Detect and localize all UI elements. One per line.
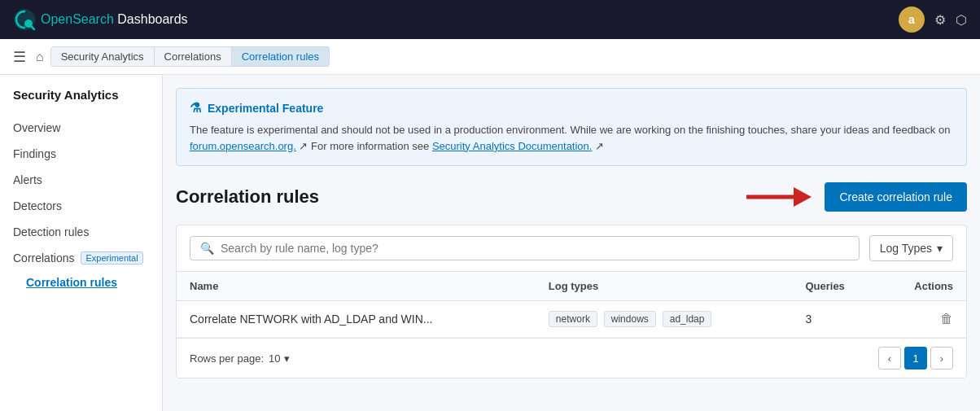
breadcrumb-correlation-rules[interactable]: Correlation rules [232,46,330,67]
table-row: Correlate NETWORK with AD_LDAP and WIN..… [177,301,966,338]
sidebar-item-findings[interactable]: Findings [0,141,162,167]
create-correlation-rule-button[interactable]: Create correlation rule [825,182,967,212]
search-input-wrapper: 🔍 [190,236,860,260]
main-content: ⚗ Experimental Feature The feature is ex… [163,75,980,411]
prev-page-button[interactable]: ‹ [878,347,901,369]
main-layout: Security Analytics Overview Findings Ale… [0,75,980,411]
sidebar: Security Analytics Overview Findings Ale… [0,75,163,411]
share-icon[interactable]: ⬡ [956,12,967,28]
experimental-badge: Experimental [81,251,142,265]
sidebar-item-correlation-rules[interactable]: Correlation rules [0,271,162,294]
log-types-filter-button[interactable]: Log Types ▾ [869,235,953,261]
rows-per-page-select[interactable]: 10 ▾ [269,352,289,365]
forum-link[interactable]: forum.opensearch.org. [190,140,296,152]
home-icon[interactable]: ⌂ [36,50,44,64]
breadcrumb-correlations[interactable]: Correlations [155,46,232,67]
svg-marker-4 [794,187,812,207]
docs-link[interactable]: Security Analytics Documentation. [432,140,593,152]
page-title: Correlation rules [176,186,319,208]
pagination-bar: Rows per page: 10 ▾ ‹ 1 › [177,338,966,378]
breadcrumb-security-analytics[interactable]: Security Analytics [50,46,155,67]
hamburger-menu[interactable]: ☰ [13,48,26,66]
table-container: 🔍 Log Types ▾ Name Log types Queries Act… [176,225,967,378]
page-header: Correlation rules Create correlation rul… [163,166,980,225]
rows-chevron-icon: ▾ [284,352,290,365]
experimental-banner-title: ⚗ Experimental Feature [190,100,953,116]
col-log-types: Log types [536,272,793,301]
correlation-rules-table: Name Log types Queries Actions Correlate… [177,272,966,338]
page-1-button[interactable]: 1 [904,347,927,369]
row-name: Correlate NETWORK with AD_LDAP and WIN..… [177,301,536,338]
delete-icon[interactable]: 🗑 [940,312,953,326]
chevron-down-icon: ▾ [937,242,943,255]
row-actions: 🗑 [880,301,966,338]
search-icon: 🔍 [200,242,214,255]
tag-windows: windows [604,311,656,327]
col-name: Name [177,272,536,301]
rows-per-page: Rows per page: 10 ▾ [190,352,290,365]
svg-line-2 [32,27,35,30]
tag-ad-ldap: ad_ldap [663,311,712,327]
logo-text: OpenSearch Dashboards [41,12,188,27]
settings-icon[interactable]: ⚙ [934,12,946,28]
col-queries: Queries [792,272,879,301]
opensearch-logo-icon [13,8,36,31]
flask-icon: ⚗ [190,100,201,116]
external-icon-2: ↗ [595,140,604,152]
header-right: Create correlation rule [746,182,967,212]
arrow-indicator [746,182,812,212]
search-input[interactable] [221,242,849,255]
experimental-banner: ⚗ Experimental Feature The feature is ex… [176,88,967,166]
search-bar: 🔍 Log Types ▾ [177,225,966,272]
experimental-banner-text: The feature is experimental and should n… [190,122,953,154]
row-log-types: network windows ad_ldap [536,301,793,338]
logo-area: OpenSearch Dashboards [13,8,188,31]
red-arrow-icon [746,182,812,212]
sidebar-item-detection-rules[interactable]: Detection rules [0,219,162,245]
tag-network: network [549,311,597,327]
nav-right: a ⚙ ⬡ [899,7,967,33]
external-icon-1: ↗ [299,140,308,152]
avatar[interactable]: a [899,7,925,33]
sidebar-item-correlations[interactable]: Correlations Experimental [0,245,162,271]
page-navigation: ‹ 1 › [878,347,953,369]
sidebar-item-alerts[interactable]: Alerts [0,167,162,193]
next-page-button[interactable]: › [930,347,953,369]
row-queries: 3 [792,301,879,338]
col-actions: Actions [880,272,966,301]
breadcrumb-bar: ☰ ⌂ Security Analytics Correlations Corr… [0,39,980,75]
sidebar-item-detectors[interactable]: Detectors [0,193,162,219]
breadcrumb: Security Analytics Correlations Correlat… [50,46,330,67]
sidebar-item-overview[interactable]: Overview [0,115,162,141]
top-navbar: OpenSearch Dashboards a ⚙ ⬡ [0,0,980,39]
sidebar-title: Security Analytics [0,88,162,115]
